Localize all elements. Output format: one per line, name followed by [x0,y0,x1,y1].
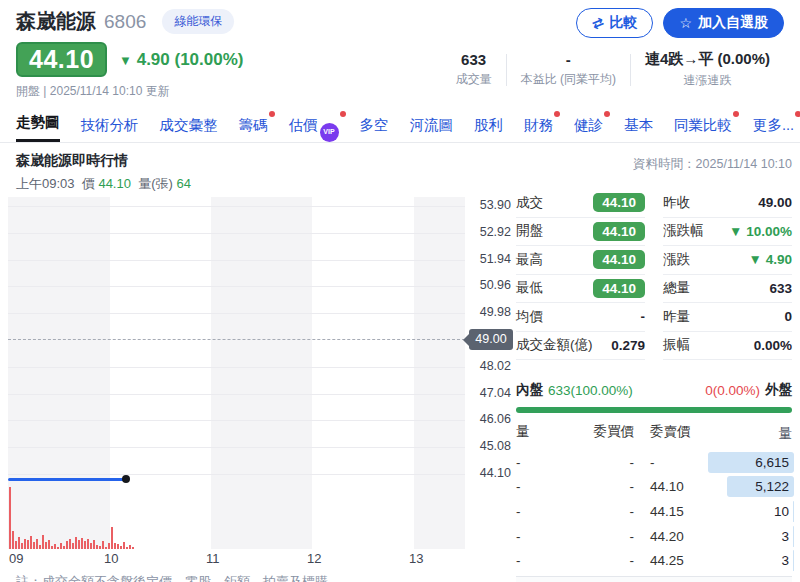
chart-section: 森崴能源即時行情 上午09:03 價 44.10 量(張) 64 49.00 5… [8,143,513,582]
tab-river-chart[interactable]: 河流圖 [410,108,454,142]
stat-pe: -本益比 (同業平均) [507,51,630,88]
tab-long-short[interactable]: 多空 [360,108,389,142]
quote-row: 成交金額(億)0.279 [516,332,645,361]
prev-close-line [8,339,465,340]
price-badge: 44.10 [593,193,645,212]
tab-technical[interactable]: 技術分析 [81,108,139,142]
inner-outer-header: 內盤 633(100.00%) 0(0.00%) 外盤 [516,381,792,399]
volume-bar [45,542,47,549]
y-tick: 52.92 [480,225,511,239]
compare-icon: ⇄ [589,13,606,32]
vip-badge: VIP [320,123,339,142]
update-time: 開盤 | 2025/11/14 10:10 更新 [16,83,243,100]
volume-bar [15,541,17,549]
quote-panel: 資料時間：2025/11/14 10:10 成交44.10 開盤44.10 最高… [516,143,792,582]
x-tick: 10 [104,551,118,566]
volume-bar [30,536,32,549]
quote-row: 振幅0.00% [663,332,792,361]
volume-bar [18,537,20,549]
volume-bar [9,487,11,549]
price-line [8,478,126,481]
order-book-row: -- - 6,615 [516,450,792,475]
quote-row: 最高44.10 [516,246,645,275]
price-badge: 44.10 [593,250,645,269]
inner-outer-ratio-bar [516,407,792,413]
nav-tabs: 走勢圖 技術分析 成交彙整 籌碼 估價VIP 多空 河流圖 股利 財務 健診 基… [0,106,800,143]
compare-button[interactable]: ⇄比較 [576,8,654,38]
order-book-header: 量 委買價 委賣價 量 [516,423,792,444]
tab-peer-compare[interactable]: 同業比較 [674,108,732,142]
gridline [8,260,465,261]
hour-band [211,197,312,549]
notification-dot [554,111,560,117]
notification-dot [269,111,275,117]
volume-bar [78,540,80,549]
price-badge: 44.10 [593,279,645,298]
tab-more[interactable]: 更多... [753,108,794,142]
gridline [8,447,465,448]
key-stats: 633成交量 -本益比 (同業平均) 連4跌→平 (0.00%)連漲連跌 [442,50,784,89]
y-tick: 44.10 [480,466,511,480]
page-header: 森崴能源 6806 綠能環保 44.10 ▼ 4.90 (10.00%) 開盤 … [0,0,800,100]
price-change: ▼ 4.90 (10.00%) [119,50,243,70]
x-tick: 09 [9,551,23,566]
volume-bar [24,539,26,549]
order-book-row: -- 44.15 10 [516,499,792,524]
volume-bar [27,540,29,549]
price-badge: 44.10 [593,222,645,241]
tab-trend-chart[interactable]: 走勢圖 [16,105,60,142]
tab-financials[interactable]: 財務 [524,108,553,142]
tab-checkup[interactable]: 健診 [574,108,603,142]
y-tick: 49.98 [480,305,511,319]
add-watchlist-button[interactable]: ☆加入自選股 [663,8,784,38]
industry-tag[interactable]: 綠能環保 [162,9,234,34]
hour-band [414,197,465,549]
volume-bar [75,537,77,549]
stock-name: 森崴能源 [16,8,96,35]
volume-bar [36,539,38,549]
stock-summary: 森崴能源 6806 綠能環保 44.10 ▼ 4.90 (10.00%) 開盤 … [16,8,243,100]
volume-bar [48,540,50,549]
sell-qty-bar [793,550,794,571]
stat-volume: 633成交量 [442,51,506,88]
y-tick: 50.96 [480,278,511,292]
tab-dividend[interactable]: 股利 [474,108,503,142]
volume-bar [102,541,104,549]
notification-dot [733,111,739,117]
gridline [8,474,465,475]
x-tick: 13 [409,551,423,566]
volume-bar [81,538,83,549]
quote-row: 漲跌▼ 4.90 [663,246,792,275]
volume-bar [93,540,95,549]
volume-bar [33,542,35,549]
gridline [8,420,465,421]
x-tick: 12 [307,551,321,566]
x-axis: 09 10 11 12 13 [8,549,465,566]
star-icon: ☆ [679,15,692,31]
order-book-row: -- 44.10 5,122 [516,475,792,500]
order-book-subtotal: 0 小計 小計 11,753 [516,576,792,582]
stat-streak: 連4跌→平 (0.00%)連漲連跌 [631,50,784,89]
price-plot[interactable] [8,197,465,549]
tab-transactions[interactable]: 成交彙整 [160,108,218,142]
quote-row: 開盤44.10 [516,218,645,247]
footnote: 註：成交金額不含盤後定價、零股、鉅額、拍賣及標購 [16,573,513,582]
volume-bar [66,541,68,549]
gridline [8,367,465,368]
y-axis: 49.00 53.9052.9251.9450.9649.9848.0247.0… [465,197,513,549]
y-tick: 53.90 [480,198,511,212]
quote-row: 最低44.10 [516,275,645,304]
down-arrow-icon: ▼ [119,53,132,68]
volume-bar [123,542,125,549]
tab-valuation[interactable]: 估價VIP [289,108,339,142]
gridline [8,286,465,287]
tab-basic[interactable]: 基本 [624,108,653,142]
gridline [8,394,465,395]
sell-qty-bar [793,501,794,522]
last-price-dot [122,475,130,483]
order-book-row: -- 44.20 3 [516,524,792,549]
y-tick: 51.94 [480,252,511,266]
stock-code: 6806 [104,11,146,33]
tab-chips[interactable]: 籌碼 [239,108,268,142]
volume-bar [111,527,113,549]
